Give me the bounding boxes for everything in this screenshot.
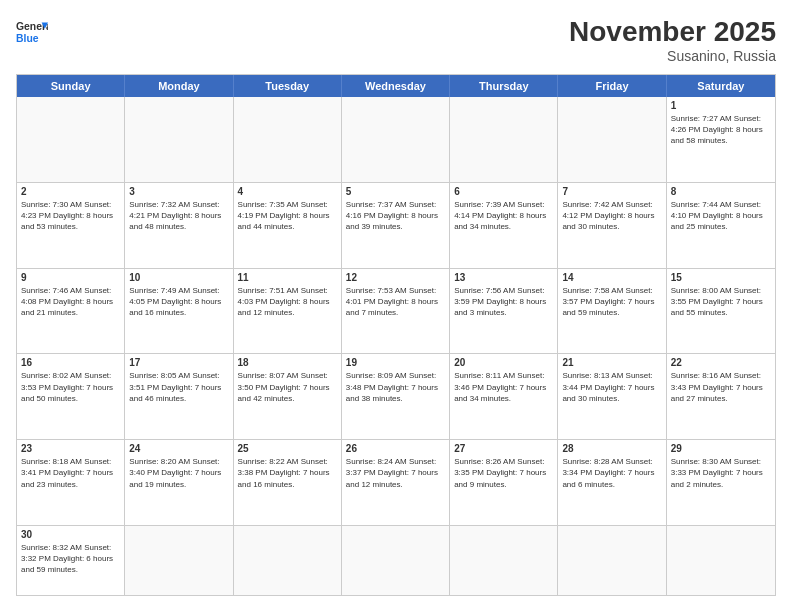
day-content: Sunrise: 8:28 AM Sunset: 3:34 PM Dayligh… [562,456,661,490]
weekday-header-thursday: Thursday [450,75,558,97]
day-content: Sunrise: 7:27 AM Sunset: 4:26 PM Dayligh… [671,113,771,147]
day-number: 10 [129,272,228,283]
day-cell-4: 4Sunrise: 7:35 AM Sunset: 4:19 PM Daylig… [234,183,342,268]
empty-cell [450,526,558,595]
day-number: 2 [21,186,120,197]
day-content: Sunrise: 7:51 AM Sunset: 4:03 PM Dayligh… [238,285,337,319]
day-cell-1: 1Sunrise: 7:27 AM Sunset: 4:26 PM Daylig… [667,97,775,182]
day-number: 28 [562,443,661,454]
empty-cell [125,97,233,182]
day-content: Sunrise: 7:46 AM Sunset: 4:08 PM Dayligh… [21,285,120,319]
empty-cell [17,97,125,182]
day-cell-24: 24Sunrise: 8:20 AM Sunset: 3:40 PM Dayli… [125,440,233,525]
day-number: 9 [21,272,120,283]
day-cell-27: 27Sunrise: 8:26 AM Sunset: 3:35 PM Dayli… [450,440,558,525]
day-cell-11: 11Sunrise: 7:51 AM Sunset: 4:03 PM Dayli… [234,269,342,354]
day-content: Sunrise: 7:53 AM Sunset: 4:01 PM Dayligh… [346,285,445,319]
day-cell-30: 30Sunrise: 8:32 AM Sunset: 3:32 PM Dayli… [17,526,125,595]
day-content: Sunrise: 7:39 AM Sunset: 4:14 PM Dayligh… [454,199,553,233]
day-cell-19: 19Sunrise: 8:09 AM Sunset: 3:48 PM Dayli… [342,354,450,439]
day-content: Sunrise: 8:11 AM Sunset: 3:46 PM Dayligh… [454,370,553,404]
day-number: 8 [671,186,771,197]
day-content: Sunrise: 7:42 AM Sunset: 4:12 PM Dayligh… [562,199,661,233]
calendar-header: SundayMondayTuesdayWednesdayThursdayFrid… [17,75,775,97]
day-content: Sunrise: 8:18 AM Sunset: 3:41 PM Dayligh… [21,456,120,490]
subtitle: Susanino, Russia [569,48,776,64]
day-cell-5: 5Sunrise: 7:37 AM Sunset: 4:16 PM Daylig… [342,183,450,268]
weekday-header-wednesday: Wednesday [342,75,450,97]
day-number: 13 [454,272,553,283]
empty-cell [342,526,450,595]
day-content: Sunrise: 8:09 AM Sunset: 3:48 PM Dayligh… [346,370,445,404]
day-cell-18: 18Sunrise: 8:07 AM Sunset: 3:50 PM Dayli… [234,354,342,439]
calendar-body: 1Sunrise: 7:27 AM Sunset: 4:26 PM Daylig… [17,97,775,595]
day-cell-8: 8Sunrise: 7:44 AM Sunset: 4:10 PM Daylig… [667,183,775,268]
day-cell-12: 12Sunrise: 7:53 AM Sunset: 4:01 PM Dayli… [342,269,450,354]
empty-cell [342,97,450,182]
day-cell-16: 16Sunrise: 8:02 AM Sunset: 3:53 PM Dayli… [17,354,125,439]
day-number: 11 [238,272,337,283]
empty-cell [234,526,342,595]
day-cell-9: 9Sunrise: 7:46 AM Sunset: 4:08 PM Daylig… [17,269,125,354]
day-cell-25: 25Sunrise: 8:22 AM Sunset: 3:38 PM Dayli… [234,440,342,525]
weekday-header-saturday: Saturday [667,75,775,97]
calendar-week-3: 9Sunrise: 7:46 AM Sunset: 4:08 PM Daylig… [17,268,775,354]
day-cell-6: 6Sunrise: 7:39 AM Sunset: 4:14 PM Daylig… [450,183,558,268]
day-cell-29: 29Sunrise: 8:30 AM Sunset: 3:33 PM Dayli… [667,440,775,525]
day-content: Sunrise: 7:44 AM Sunset: 4:10 PM Dayligh… [671,199,771,233]
day-content: Sunrise: 8:30 AM Sunset: 3:33 PM Dayligh… [671,456,771,490]
day-cell-26: 26Sunrise: 8:24 AM Sunset: 3:37 PM Dayli… [342,440,450,525]
month-title: November 2025 [569,16,776,48]
day-content: Sunrise: 8:20 AM Sunset: 3:40 PM Dayligh… [129,456,228,490]
day-cell-28: 28Sunrise: 8:28 AM Sunset: 3:34 PM Dayli… [558,440,666,525]
day-number: 3 [129,186,228,197]
day-content: Sunrise: 8:24 AM Sunset: 3:37 PM Dayligh… [346,456,445,490]
day-cell-15: 15Sunrise: 8:00 AM Sunset: 3:55 PM Dayli… [667,269,775,354]
day-content: Sunrise: 8:05 AM Sunset: 3:51 PM Dayligh… [129,370,228,404]
day-number: 30 [21,529,120,540]
day-content: Sunrise: 7:58 AM Sunset: 3:57 PM Dayligh… [562,285,661,319]
day-cell-3: 3Sunrise: 7:32 AM Sunset: 4:21 PM Daylig… [125,183,233,268]
day-content: Sunrise: 8:32 AM Sunset: 3:32 PM Dayligh… [21,542,120,576]
day-number: 6 [454,186,553,197]
calendar-week-1: 1Sunrise: 7:27 AM Sunset: 4:26 PM Daylig… [17,97,775,182]
day-cell-23: 23Sunrise: 8:18 AM Sunset: 3:41 PM Dayli… [17,440,125,525]
day-content: Sunrise: 8:16 AM Sunset: 3:43 PM Dayligh… [671,370,771,404]
day-content: Sunrise: 7:35 AM Sunset: 4:19 PM Dayligh… [238,199,337,233]
day-number: 5 [346,186,445,197]
day-content: Sunrise: 7:37 AM Sunset: 4:16 PM Dayligh… [346,199,445,233]
logo: General Blue [16,16,48,48]
empty-cell [558,97,666,182]
empty-cell [558,526,666,595]
calendar-week-2: 2Sunrise: 7:30 AM Sunset: 4:23 PM Daylig… [17,182,775,268]
empty-cell [450,97,558,182]
day-number: 18 [238,357,337,368]
day-content: Sunrise: 8:26 AM Sunset: 3:35 PM Dayligh… [454,456,553,490]
svg-text:Blue: Blue [16,33,39,44]
day-cell-21: 21Sunrise: 8:13 AM Sunset: 3:44 PM Dayli… [558,354,666,439]
day-number: 7 [562,186,661,197]
weekday-header-monday: Monday [125,75,233,97]
weekday-header-friday: Friday [558,75,666,97]
day-number: 4 [238,186,337,197]
weekday-header-tuesday: Tuesday [234,75,342,97]
empty-cell [667,526,775,595]
day-content: Sunrise: 8:02 AM Sunset: 3:53 PM Dayligh… [21,370,120,404]
day-cell-20: 20Sunrise: 8:11 AM Sunset: 3:46 PM Dayli… [450,354,558,439]
day-number: 19 [346,357,445,368]
day-number: 27 [454,443,553,454]
day-content: Sunrise: 7:32 AM Sunset: 4:21 PM Dayligh… [129,199,228,233]
day-number: 16 [21,357,120,368]
day-content: Sunrise: 8:22 AM Sunset: 3:38 PM Dayligh… [238,456,337,490]
day-content: Sunrise: 7:30 AM Sunset: 4:23 PM Dayligh… [21,199,120,233]
day-number: 12 [346,272,445,283]
day-cell-2: 2Sunrise: 7:30 AM Sunset: 4:23 PM Daylig… [17,183,125,268]
day-number: 14 [562,272,661,283]
title-block: November 2025 Susanino, Russia [569,16,776,64]
day-number: 20 [454,357,553,368]
day-content: Sunrise: 8:13 AM Sunset: 3:44 PM Dayligh… [562,370,661,404]
day-content: Sunrise: 8:00 AM Sunset: 3:55 PM Dayligh… [671,285,771,319]
page: General Blue November 2025 Susanino, Rus… [0,0,792,612]
day-cell-7: 7Sunrise: 7:42 AM Sunset: 4:12 PM Daylig… [558,183,666,268]
weekday-header-sunday: Sunday [17,75,125,97]
